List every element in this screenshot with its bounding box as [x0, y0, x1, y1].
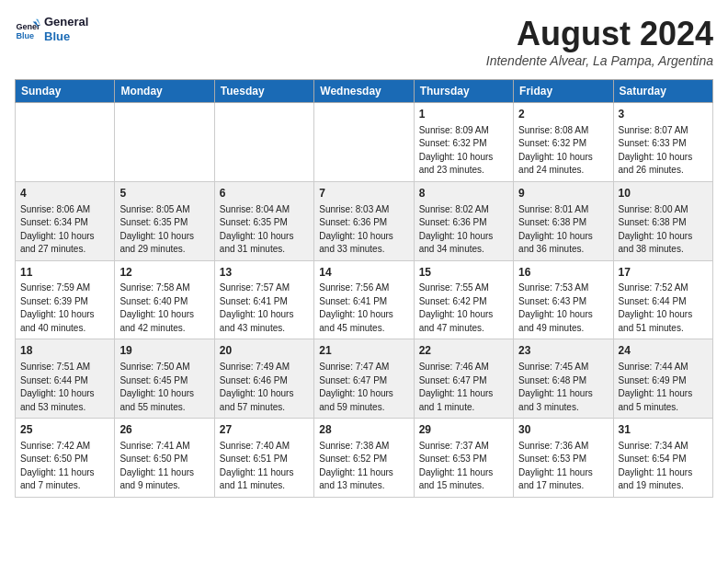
day-info: Sunrise: 7:37 AMSunset: 6:53 PMDaylight:…	[419, 440, 508, 493]
day-info: Sunrise: 8:05 AMSunset: 6:35 PMDaylight:…	[119, 203, 209, 257]
day-info: Sunrise: 8:04 AMSunset: 6:35 PMDaylight:…	[220, 203, 309, 257]
day-number: 28	[319, 422, 408, 438]
calendar-cell: 2Sunrise: 8:08 AMSunset: 6:32 PMDaylight…	[514, 103, 613, 182]
weekday-header-wednesday: Wednesday	[314, 80, 414, 103]
day-number: 2	[518, 107, 608, 122]
calendar-cell	[16, 103, 115, 182]
day-number: 18	[20, 343, 109, 359]
calendar-week-3: 11Sunrise: 7:59 AMSunset: 6:39 PMDayligh…	[16, 260, 713, 339]
day-number: 17	[619, 265, 708, 281]
day-number: 13	[220, 265, 309, 281]
day-number: 22	[419, 343, 508, 359]
logo-line2: Blue	[44, 29, 88, 44]
calendar-cell	[314, 103, 414, 182]
calendar-cell: 16Sunrise: 7:53 AMSunset: 6:43 PMDayligh…	[514, 260, 613, 339]
logo-icon: General Blue	[15, 17, 40, 42]
calendar-cell: 21Sunrise: 7:47 AMSunset: 6:47 PMDayligh…	[314, 339, 414, 419]
weekday-header-monday: Monday	[115, 80, 214, 103]
day-number: 24	[619, 343, 708, 359]
day-info: Sunrise: 7:44 AMSunset: 6:49 PMDaylight:…	[619, 361, 708, 414]
calendar-cell	[214, 103, 313, 182]
calendar-cell: 4Sunrise: 8:06 AMSunset: 6:34 PMDaylight…	[16, 181, 115, 260]
day-number: 15	[419, 265, 508, 281]
logo: General Blue General Blue	[15, 15, 88, 43]
day-number: 12	[119, 265, 209, 281]
calendar-cell: 11Sunrise: 7:59 AMSunset: 6:39 PMDayligh…	[16, 260, 115, 339]
day-number: 19	[119, 343, 209, 359]
calendar-cell: 24Sunrise: 7:44 AMSunset: 6:49 PMDayligh…	[613, 339, 712, 419]
day-info: Sunrise: 7:47 AMSunset: 6:47 PMDaylight:…	[319, 361, 408, 414]
calendar-cell: 1Sunrise: 8:09 AMSunset: 6:32 PMDaylight…	[414, 103, 513, 182]
day-info: Sunrise: 7:42 AMSunset: 6:50 PMDaylight:…	[20, 440, 109, 493]
day-info: Sunrise: 7:40 AMSunset: 6:51 PMDaylight:…	[220, 440, 309, 493]
day-info: Sunrise: 7:46 AMSunset: 6:47 PMDaylight:…	[419, 361, 508, 414]
day-number: 11	[20, 265, 109, 281]
day-number: 25	[20, 422, 109, 438]
day-info: Sunrise: 8:07 AMSunset: 6:33 PMDaylight:…	[619, 124, 708, 178]
day-info: Sunrise: 8:06 AMSunset: 6:34 PMDaylight:…	[20, 203, 109, 257]
day-info: Sunrise: 8:08 AMSunset: 6:32 PMDaylight:…	[518, 124, 608, 178]
calendar-cell: 30Sunrise: 7:36 AMSunset: 6:53 PMDayligh…	[514, 419, 613, 498]
calendar-cell: 27Sunrise: 7:40 AMSunset: 6:51 PMDayligh…	[214, 419, 313, 498]
calendar-cell: 10Sunrise: 8:00 AMSunset: 6:38 PMDayligh…	[613, 181, 712, 260]
calendar-cell: 31Sunrise: 7:34 AMSunset: 6:54 PMDayligh…	[613, 419, 712, 498]
day-number: 3	[619, 107, 708, 122]
weekday-header-thursday: Thursday	[414, 80, 513, 103]
weekday-header-row: SundayMondayTuesdayWednesdayThursdayFrid…	[16, 80, 713, 103]
weekday-header-friday: Friday	[514, 80, 613, 103]
calendar-cell: 5Sunrise: 8:05 AMSunset: 6:35 PMDaylight…	[115, 181, 214, 260]
calendar-cell: 25Sunrise: 7:42 AMSunset: 6:50 PMDayligh…	[16, 419, 115, 498]
day-info: Sunrise: 8:01 AMSunset: 6:38 PMDaylight:…	[518, 203, 608, 257]
calendar-week-2: 4Sunrise: 8:06 AMSunset: 6:34 PMDaylight…	[16, 181, 713, 260]
day-info: Sunrise: 7:36 AMSunset: 6:53 PMDaylight:…	[518, 440, 608, 493]
calendar-cell: 7Sunrise: 8:03 AMSunset: 6:36 PMDaylight…	[314, 181, 414, 260]
calendar-cell	[115, 103, 214, 182]
month-title: August 2024	[486, 15, 713, 53]
day-number: 1	[419, 107, 508, 122]
location-subtitle: Intendente Alvear, La Pampa, Argentina	[486, 53, 713, 68]
calendar-cell: 12Sunrise: 7:58 AMSunset: 6:40 PMDayligh…	[115, 260, 214, 339]
calendar-week-1: 1Sunrise: 8:09 AMSunset: 6:32 PMDaylight…	[16, 103, 713, 182]
weekday-header-tuesday: Tuesday	[214, 80, 313, 103]
day-number: 16	[518, 265, 608, 281]
title-block: August 2024 Intendente Alvear, La Pampa,…	[486, 15, 713, 68]
day-info: Sunrise: 8:02 AMSunset: 6:36 PMDaylight:…	[419, 203, 508, 257]
calendar-cell: 26Sunrise: 7:41 AMSunset: 6:50 PMDayligh…	[115, 419, 214, 498]
calendar-week-4: 18Sunrise: 7:51 AMSunset: 6:44 PMDayligh…	[16, 339, 713, 419]
calendar-cell: 18Sunrise: 7:51 AMSunset: 6:44 PMDayligh…	[16, 339, 115, 419]
calendar-cell: 3Sunrise: 8:07 AMSunset: 6:33 PMDaylight…	[613, 103, 712, 182]
calendar-cell: 13Sunrise: 7:57 AMSunset: 6:41 PMDayligh…	[214, 260, 313, 339]
day-info: Sunrise: 7:34 AMSunset: 6:54 PMDaylight:…	[619, 440, 708, 493]
day-info: Sunrise: 8:00 AMSunset: 6:38 PMDaylight:…	[619, 203, 708, 257]
day-info: Sunrise: 7:41 AMSunset: 6:50 PMDaylight:…	[119, 440, 209, 493]
calendar-cell: 17Sunrise: 7:52 AMSunset: 6:44 PMDayligh…	[613, 260, 712, 339]
calendar-cell: 19Sunrise: 7:50 AMSunset: 6:45 PMDayligh…	[115, 339, 214, 419]
day-info: Sunrise: 7:58 AMSunset: 6:40 PMDaylight:…	[119, 282, 209, 335]
weekday-header-saturday: Saturday	[613, 80, 712, 103]
calendar-week-5: 25Sunrise: 7:42 AMSunset: 6:50 PMDayligh…	[16, 419, 713, 498]
day-number: 10	[619, 186, 708, 201]
weekday-header-sunday: Sunday	[16, 80, 115, 103]
page-header: General Blue General Blue August 2024 In…	[15, 15, 713, 68]
day-number: 14	[319, 265, 408, 281]
day-number: 26	[119, 422, 209, 438]
day-info: Sunrise: 7:50 AMSunset: 6:45 PMDaylight:…	[119, 361, 209, 414]
calendar-cell: 29Sunrise: 7:37 AMSunset: 6:53 PMDayligh…	[414, 419, 513, 498]
day-info: Sunrise: 7:56 AMSunset: 6:41 PMDaylight:…	[319, 282, 408, 335]
day-info: Sunrise: 7:51 AMSunset: 6:44 PMDaylight:…	[20, 361, 109, 414]
day-number: 30	[518, 422, 608, 438]
day-info: Sunrise: 7:45 AMSunset: 6:48 PMDaylight:…	[518, 361, 608, 414]
day-info: Sunrise: 7:55 AMSunset: 6:42 PMDaylight:…	[419, 282, 508, 335]
calendar-cell: 28Sunrise: 7:38 AMSunset: 6:52 PMDayligh…	[314, 419, 414, 498]
calendar-cell: 15Sunrise: 7:55 AMSunset: 6:42 PMDayligh…	[414, 260, 513, 339]
day-number: 27	[220, 422, 309, 438]
day-number: 9	[518, 186, 608, 201]
calendar-cell: 20Sunrise: 7:49 AMSunset: 6:46 PMDayligh…	[214, 339, 313, 419]
calendar-cell: 8Sunrise: 8:02 AMSunset: 6:36 PMDaylight…	[414, 181, 513, 260]
day-info: Sunrise: 7:59 AMSunset: 6:39 PMDaylight:…	[20, 282, 109, 335]
day-info: Sunrise: 8:03 AMSunset: 6:36 PMDaylight:…	[319, 203, 408, 257]
logo-line1: General	[44, 15, 88, 29]
day-number: 29	[419, 422, 508, 438]
day-number: 23	[518, 343, 608, 359]
day-number: 20	[220, 343, 309, 359]
